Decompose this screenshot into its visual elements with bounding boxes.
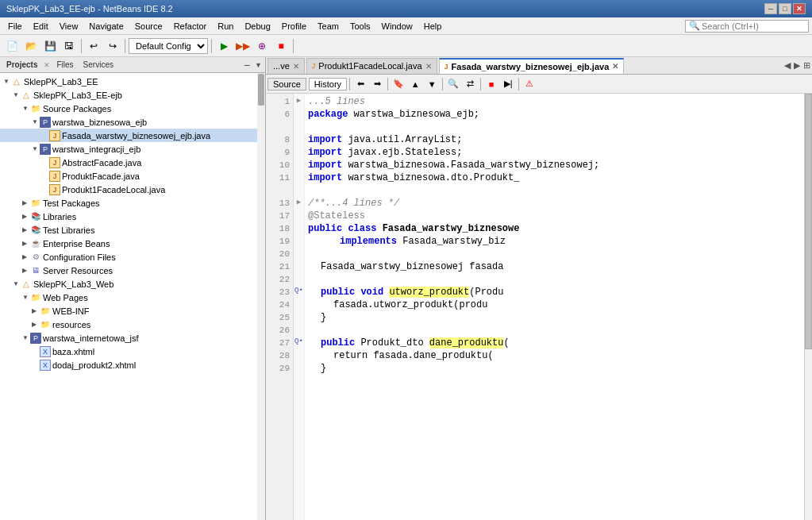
forward-button[interactable]: ➡ (369, 77, 385, 91)
open-button[interactable]: 📂 (22, 37, 40, 55)
menu-debug[interactable]: Debug (240, 20, 275, 33)
editor-tab-ve[interactable]: ...ve ✕ (267, 58, 305, 74)
config-dropdown[interactable]: Default Config (129, 38, 208, 54)
editor-tab-fasada[interactable]: J Fasada_warstwy_biznesowej_ejb.java ✕ (439, 58, 625, 74)
menu-profile[interactable]: Profile (277, 20, 311, 33)
menu-window[interactable]: Window (377, 20, 418, 33)
replace-button[interactable]: ⇄ (462, 77, 478, 91)
editor-with-menu: 1 6 8 9 10 11 13 17 18 19 20 21 22 23 (266, 94, 812, 520)
line-num: 11 (266, 171, 293, 184)
etb-sep2 (387, 78, 388, 91)
expand-arrow: ▼ (22, 334, 30, 341)
tree-item-fasada[interactable]: J Fasada_warstwy_biznesowej_ejb.java (0, 129, 265, 142)
minimize-button[interactable]: ─ (764, 3, 777, 14)
code-line: public Produkt_dto dane_produktu( (308, 337, 801, 349)
back-button[interactable]: ⬅ (352, 77, 368, 91)
tree-item-warstwa-biz[interactable]: ▼ P warstwa_biznesowa_ejb (0, 115, 265, 129)
tab-projects[interactable]: Projects (3, 60, 40, 70)
tree-item-warstwa-int[interactable]: ▼ P warstwa_integracji_ejb (0, 142, 265, 156)
run-button[interactable]: ▶ (215, 37, 233, 55)
tree-item-warstwa-jsf[interactable]: ▼ P warstwa_internetowa_jsf (0, 331, 265, 345)
tree-item-baza[interactable]: X baza.xhtml (0, 345, 265, 358)
tree-item-sklepee[interactable]: ▼ △ SklepPK_Lab3_EE (0, 75, 265, 88)
search-input[interactable] (702, 21, 805, 31)
tree-label: baza.xhtml (52, 347, 94, 356)
line-num (266, 121, 293, 133)
close-button[interactable]: ✕ (793, 3, 806, 14)
toggle-bookmark-button[interactable]: 🔖 (391, 77, 406, 91)
maximize-editor-icon[interactable]: ⊞ (803, 60, 810, 71)
tree-item-webpages[interactable]: ▼ 📁 Web Pages (0, 291, 265, 304)
close-tab-icon[interactable]: ✕ (612, 62, 618, 71)
tree-item-web[interactable]: ▼ △ SklepPK_Lab3_Web (0, 277, 265, 291)
close-tab-icon[interactable]: ✕ (425, 62, 432, 71)
tree-label: ProduktFacade.java (62, 171, 140, 181)
next-bookmark-button[interactable]: ▼ (424, 77, 440, 91)
menu-file[interactable]: File (3, 20, 27, 33)
line-num: 19 (266, 235, 293, 248)
menu-tools[interactable]: Tools (345, 20, 375, 33)
menu-view[interactable]: View (55, 20, 83, 33)
menu-navigate[interactable]: Navigate (84, 20, 128, 33)
run-to-cursor-btn[interactable]: ▶| (500, 77, 516, 91)
save-all-button[interactable]: 🖫 (60, 37, 78, 55)
tree-item-abstractfacade[interactable]: J AbstractFacade.java (0, 156, 265, 169)
code-content[interactable]: ...5 lines package warstwa_biznesowa_ejb… (305, 94, 804, 520)
prev-bookmark-button[interactable]: ▲ (407, 77, 423, 91)
profile-button[interactable]: ⊕ (253, 37, 271, 55)
search-box[interactable]: 🔍 (685, 20, 809, 33)
tree-scrollbar[interactable] (257, 73, 265, 520)
panel-menu-icon[interactable]: ▼ (255, 61, 262, 69)
panel-tabs: Projects ✕ Files Services − ▼ (0, 57, 265, 73)
menu-run[interactable]: Run (213, 20, 238, 33)
tree-label: SklepPK_Lab3_EE (24, 77, 98, 87)
tree-item-ejb[interactable]: ▼ △ SklepPK_Lab3_EE-ejb (0, 88, 265, 102)
editor-tab-label: ...ve (273, 61, 290, 71)
menu-source[interactable]: Source (130, 20, 167, 33)
history-tab[interactable]: History (309, 78, 347, 91)
code-editor[interactable]: 1 6 8 9 10 11 13 17 18 19 20 21 22 23 (266, 94, 812, 520)
error-btn[interactable]: ⚠ (521, 77, 537, 91)
tree-item-configfiles[interactable]: ▶ ⚙ Configuration Files (0, 250, 265, 264)
menu-team[interactable]: Team (313, 20, 344, 33)
tree-item-produkt1facade[interactable]: J Produkt1FacadeLocal.java (0, 183, 265, 196)
maximize-button[interactable]: □ (779, 3, 791, 14)
tab-files[interactable]: Files (53, 60, 76, 70)
editor-tab-produkt1[interactable]: J Produkt1FacadeLocal.java ✕ (306, 58, 437, 74)
tree-item-produktfacade[interactable]: J ProduktFacade.java (0, 169, 265, 183)
editor-tabs: ...ve ✕ J Produkt1FacadeLocal.java ✕ J F… (266, 57, 812, 75)
close-tab-icon[interactable]: ✕ (293, 62, 299, 71)
line-num: 26 (266, 324, 293, 337)
tab-services[interactable]: Services (80, 60, 117, 70)
debug-btn[interactable]: ■ (483, 77, 499, 91)
redo-button[interactable]: ↪ (104, 37, 121, 55)
tree-item-libraries[interactable]: ▶ 📚 Libraries (0, 210, 265, 223)
scroll-tabs-right-icon[interactable]: ▶ (794, 60, 800, 71)
tree-item-resources[interactable]: ▶ 📁 resources (0, 318, 265, 331)
line-num: 17 (266, 210, 293, 222)
search-button[interactable]: 🔍 (445, 77, 461, 91)
code-line: implements Fasada_warstwy_biz (308, 235, 801, 248)
line-num: 22 (266, 273, 293, 286)
tree-item-entbeans[interactable]: ▶ ☕ Enterprise Beans (0, 237, 265, 250)
stop-button[interactable]: ■ (272, 37, 290, 55)
scroll-tabs-left-icon[interactable]: ◀ (784, 60, 791, 71)
panel-minimize-icon[interactable]: − (244, 59, 250, 71)
save-button[interactable]: 💾 (41, 37, 59, 55)
code-line: public void utworz_produkt(Produ (308, 286, 801, 299)
undo-button[interactable]: ↩ (85, 37, 102, 55)
gutter-marker (294, 259, 304, 272)
editor-scrollbar[interactable] (804, 94, 812, 520)
tree-item-serverres[interactable]: ▶ 🖥 Server Resources (0, 264, 265, 277)
source-tab[interactable]: Source (267, 78, 306, 91)
tree-item-dodaj[interactable]: X dodaj_produkt2.xhtml (0, 358, 265, 372)
menu-edit[interactable]: Edit (29, 20, 53, 33)
tree-item-testlibs[interactable]: ▶ 📚 Test Libraries (0, 223, 265, 237)
menu-help[interactable]: Help (419, 20, 447, 33)
menu-refactor[interactable]: Refactor (169, 20, 212, 33)
tree-item-webinf[interactable]: ▶ 📁 WEB-INF (0, 304, 265, 318)
tree-item-testpkgs[interactable]: ▶ 📁 Test Packages (0, 196, 265, 210)
tree-item-srcpkgs[interactable]: ▼ 📁 Source Packages (0, 102, 265, 115)
debug-button[interactable]: ▶▶ (234, 37, 252, 55)
new-button[interactable]: 📄 (3, 37, 21, 55)
